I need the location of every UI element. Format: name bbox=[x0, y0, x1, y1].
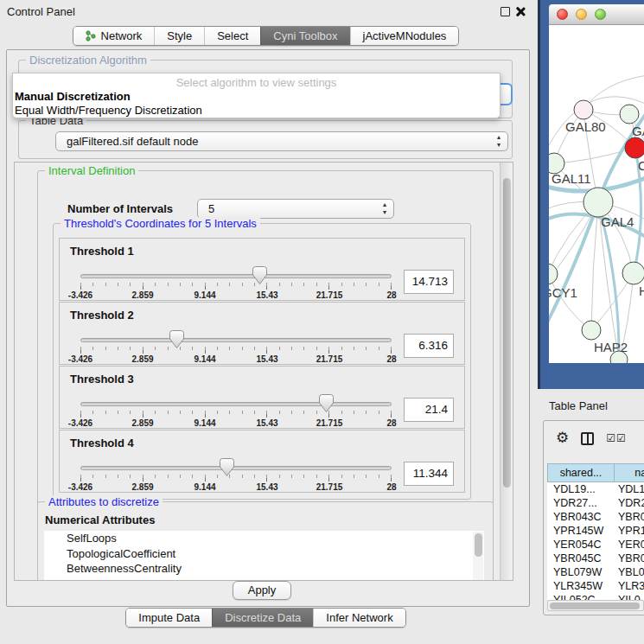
top-tabbar: Network Style Select Cyni Toolbox jActiv… bbox=[0, 26, 532, 46]
numerical-attributes-label: Numerical Attributes bbox=[45, 513, 155, 526]
threshold-3-slider[interactable]: -3.4262.8599.14415.4321.71528 bbox=[80, 396, 392, 429]
list-scrollbar[interactable] bbox=[473, 532, 483, 581]
table-row[interactable]: YIL052CYIL0... bbox=[547, 593, 644, 600]
tab-cyni-toolbox[interactable]: Cyni Toolbox bbox=[260, 27, 349, 45]
slider-thumb[interactable] bbox=[319, 394, 334, 412]
application-window: Control Panel Network Style Sele bbox=[0, 0, 644, 644]
node-selected-red[interactable] bbox=[625, 137, 644, 158]
zoom-traffic-light[interactable] bbox=[595, 9, 606, 20]
threshold-1-panel: Threshold 1 -3.4262.8599.14415.4321.7152… bbox=[59, 238, 465, 301]
list-item[interactable]: SelfLoops bbox=[44, 531, 484, 546]
network-view-window: GAL80 GA C GAL11 GAL4 GCY1 H HAP2 bbox=[538, 0, 644, 389]
tab-discretize-data[interactable]: Discretize Data bbox=[212, 609, 313, 627]
threshold-3-value-field[interactable]: 21.4 bbox=[404, 398, 454, 422]
number-of-intervals-spinner[interactable]: 5 ▴▾ bbox=[197, 199, 394, 219]
tab-impute-data[interactable]: Impute Data bbox=[126, 609, 212, 627]
threshold-4-value-field[interactable]: 11.344 bbox=[404, 462, 454, 486]
threshold-4-panel: Threshold 4 -3.4262.8599.14415.4321.7152… bbox=[59, 430, 465, 493]
tab-select[interactable]: Select bbox=[204, 27, 260, 45]
popup-placeholder: Select algorithm to view settings bbox=[13, 75, 500, 90]
table-row[interactable]: YDR27...YDR2... bbox=[547, 496, 644, 510]
node[interactable] bbox=[622, 262, 644, 284]
node-gcy1[interactable] bbox=[549, 264, 558, 284]
stepper-arrows-icon: ▴▾ bbox=[383, 201, 386, 216]
algorithm-dropdown-popup: Select algorithm to view settings Manual… bbox=[12, 73, 501, 118]
slider-ticks bbox=[80, 347, 392, 354]
column-layout-icon[interactable] bbox=[581, 432, 594, 445]
numerical-attributes-list: SelfLoops TopologicalCoefficient Between… bbox=[44, 531, 484, 581]
threshold-1-value-field[interactable]: 14.713 bbox=[404, 270, 454, 294]
node[interactable] bbox=[620, 105, 639, 124]
table-row[interactable]: YDL19...YDL1... bbox=[547, 482, 644, 496]
table-panel: Table Panel ⚙ ☑☑ shared... na... YDL19..… bbox=[538, 393, 644, 644]
threshold-1-slider[interactable]: -3.4262.8599.14415.4321.71528 bbox=[80, 268, 392, 301]
svg-text:GAL4: GAL4 bbox=[601, 214, 634, 229]
threshold-2-panel: Threshold 2 -3.4262.8599.14415.4321.7152… bbox=[59, 302, 465, 365]
threshold-4-slider[interactable]: -3.4262.8599.14415.4321.71528 bbox=[80, 460, 392, 493]
slider-thumb[interactable] bbox=[220, 458, 234, 476]
tab-infer-network[interactable]: Infer Network bbox=[313, 609, 405, 627]
popup-option-manual-discretization[interactable]: Manual Discretization bbox=[13, 90, 500, 104]
network-nodes[interactable] bbox=[549, 100, 644, 363]
table-row[interactable]: YBL079WYBL0... bbox=[547, 565, 644, 579]
table-horizontal-scrollbar[interactable] bbox=[547, 600, 644, 611]
number-of-intervals-label: Number of Intervals bbox=[67, 202, 173, 215]
node-table: shared... na... YDL19...YDL1... YDR27...… bbox=[547, 463, 644, 600]
table-header: shared... na... bbox=[547, 463, 644, 482]
control-panel-titlebar: Control Panel bbox=[0, 0, 532, 23]
svg-text:HAP2: HAP2 bbox=[594, 340, 628, 354]
node-hap2[interactable] bbox=[582, 321, 601, 340]
svg-text:GAL80: GAL80 bbox=[565, 119, 606, 134]
network-icon bbox=[86, 30, 96, 41]
minimize-traffic-light[interactable] bbox=[576, 9, 587, 20]
slider-ticks bbox=[80, 475, 392, 481]
table-data-combobox[interactable]: galFiltered.sif default node ▴▾ bbox=[55, 131, 508, 151]
slider-track bbox=[80, 338, 392, 342]
tab-jactivemnodules[interactable]: jActiveMNodules bbox=[350, 27, 459, 45]
threshold-2-slider[interactable]: -3.4262.8599.14415.4321.71528 bbox=[80, 332, 392, 365]
list-item[interactable]: BetweennessCentrality bbox=[44, 561, 484, 577]
table-panel-box: ⚙ ☑☑ shared... na... YDL19...YDL1... YDR… bbox=[543, 420, 644, 615]
table-row[interactable]: YPR145WYPR1... bbox=[547, 524, 644, 538]
group-title: Threshold's Coordinates for 5 Intervals bbox=[61, 217, 260, 230]
svg-text:GCY1: GCY1 bbox=[549, 285, 577, 300]
threshold-3-panel: Threshold 3 -3.4262.8599.14415.4321.7152… bbox=[59, 366, 465, 429]
table-row[interactable]: YBR043CYBR0... bbox=[547, 510, 644, 524]
apply-button[interactable]: Apply bbox=[233, 581, 291, 600]
slider-ticks bbox=[80, 283, 392, 290]
table-row[interactable]: YER054CYER0... bbox=[547, 538, 644, 552]
popup-option-equal-width[interactable]: Equal Width/Frequency Discretization bbox=[13, 104, 500, 118]
close-icon[interactable] bbox=[514, 6, 526, 17]
column-header-name[interactable]: na... bbox=[615, 463, 644, 482]
settings-scrollbar[interactable] bbox=[500, 163, 513, 580]
tab-style[interactable]: Style bbox=[154, 27, 204, 45]
select-columns-icon[interactable]: ☑☑ bbox=[606, 432, 627, 444]
group-title: Discretization Algorithm bbox=[26, 54, 150, 67]
close-traffic-light[interactable] bbox=[557, 9, 568, 20]
slider-thumb[interactable] bbox=[169, 330, 184, 348]
group-title: Interval Definition bbox=[45, 164, 138, 177]
tab-network[interactable]: Network bbox=[73, 27, 155, 45]
svg-text:GA: GA bbox=[632, 124, 644, 138]
network-window-titlebar[interactable] bbox=[549, 4, 644, 25]
threshold-2-value-field[interactable]: 6.316 bbox=[404, 334, 454, 358]
svg-text:H: H bbox=[639, 284, 644, 298]
node-gal80[interactable] bbox=[574, 100, 593, 119]
table-row[interactable]: YLR345WYLR3... bbox=[547, 579, 644, 593]
slider-track bbox=[80, 466, 392, 470]
panel-title: Control Panel bbox=[7, 0, 75, 23]
control-panel: Control Panel Network Style Sele bbox=[0, 0, 532, 644]
network-canvas[interactable]: GAL80 GA C GAL11 GAL4 GCY1 H HAP2 bbox=[549, 25, 644, 363]
spinner-value: 5 bbox=[208, 200, 214, 218]
table-row[interactable]: YBR045CYBR0... bbox=[547, 552, 644, 565]
table-panel-title: Table Panel bbox=[549, 399, 608, 412]
list-item[interactable]: TopologicalCoefficient bbox=[44, 546, 484, 562]
node-gal4[interactable] bbox=[583, 188, 613, 217]
column-header-shared-name[interactable]: shared... bbox=[547, 463, 615, 482]
float-window-icon[interactable] bbox=[501, 7, 510, 16]
bottom-tabbar: Impute Data Discretize Data Infer Networ… bbox=[0, 608, 532, 628]
slider-thumb[interactable] bbox=[252, 266, 267, 284]
slider-track bbox=[80, 402, 392, 406]
gear-icon[interactable]: ⚙ bbox=[556, 430, 569, 447]
combobox-value: galFiltered.sif default node bbox=[67, 132, 198, 150]
